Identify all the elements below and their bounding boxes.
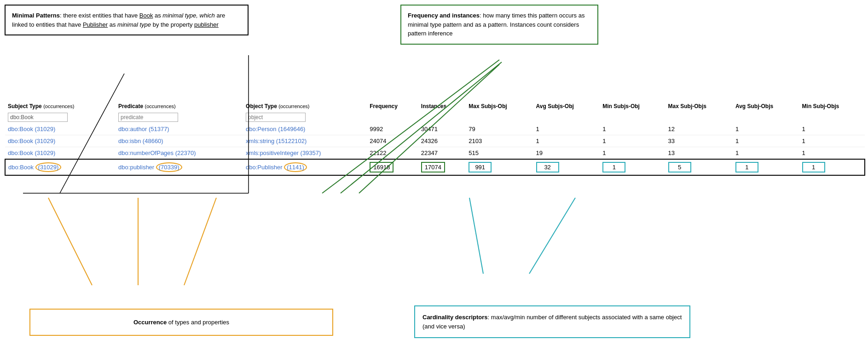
object-link[interactable]: xmls:positiveInteger (39357) [246,150,321,156]
subject-cell: dbo:Book (31029) [5,159,116,175]
min-subj-objs-teal-badge: 1 [802,162,825,172]
min-subjs-obj-cell: 1 [600,159,665,175]
subject-link[interactable]: dbo:Book (31029) [8,138,55,144]
header-subject-type: Subject Type (occurrences) [5,101,116,111]
predicate-link[interactable]: dbo:publisher (70339) [118,164,182,171]
data-table-area: Subject Type (occurrences) Predicate (oc… [5,101,865,176]
object-cell: dbo:Person (1649646) [243,123,367,135]
instances-cell: 30471 [418,123,466,135]
table-row: dbo:Book (31029) dbo:isbn (48660) xmls:s… [5,135,865,147]
max-subjs-obj-cell: 515 [466,147,533,160]
subject-link[interactable]: dbo:Book (31029) [8,150,55,156]
header-object-type: Object Type (occurrences) [243,101,367,111]
highlighted-table-row: dbo:Book (31029) dbo:publisher (70339) d… [5,159,865,175]
avg-subjs-obj-cell: 19 [533,147,600,160]
frequency-cell: 24074 [367,135,418,147]
frequency-cell: 22122 [367,147,418,160]
min-subj-objs-cell: 1 [799,123,865,135]
avg-subj-objs-cell: 1 [733,123,799,135]
min-subjs-obj-cell: 1 [600,147,665,160]
header-min-subj-objs: Min Subj-Objs [799,101,865,111]
avg-subjs-teal-badge: 32 [536,162,559,172]
publisher-link: Publisher [83,21,108,28]
min-subjs-obj-cell: 1 [600,123,665,135]
svg-line-10 [529,198,575,274]
avg-subjs-obj-cell: 32 [533,159,600,175]
object-cell: dbo:Publisher (1141) [243,159,367,175]
max-subj-objs-cell: 13 [665,147,733,160]
subject-occurrence-badge: (31029) [35,162,62,172]
predicate-link[interactable]: dbo:numberOfPages (22370) [118,150,196,156]
subject-link[interactable]: dbo:Book (31029) [8,126,55,132]
instances-cell: 24326 [418,135,466,147]
avg-subj-objs-cell: 1 [733,159,799,175]
svg-line-8 [184,198,216,285]
max-subj-objs-cell: 12 [665,123,733,135]
table-row: dbo:Book (31029) dbo:author (51377) dbo:… [5,123,865,135]
cardinality-text: Cardinality descriptors: max/avg/min num… [422,314,682,330]
cardinality-bold: Cardinality descriptors [422,314,488,321]
object-type-filter[interactable] [246,113,306,122]
table-header-row: Subject Type (occurrences) Predicate (oc… [5,101,865,111]
header-max-subj-objs: Max Subj-Objs [665,101,733,111]
predicate-cell: dbo:publisher (70339) [116,159,243,175]
predicate-occurrence-badge: (70339) [156,162,182,172]
occurrence-bold: Occurrence [133,319,167,326]
frequency-instances-tooltip: Frequency and instances: how many times … [400,5,598,45]
predicate-cell: dbo:isbn (48660) [116,135,243,147]
max-subjs-obj-cell: 2103 [466,135,533,147]
max-subjs-teal-badge: 991 [469,162,492,172]
table-row: dbo:Book (31029) dbo:numberOfPages (2237… [5,147,865,160]
predicate-cell: dbo:author (51377) [116,123,243,135]
minimal-patterns-tooltip: Minimal Patterns: there exist entities t… [5,5,249,35]
frequency-instances-text: Frequency and instances: how many times … [408,12,584,37]
predicate-link[interactable]: dbo:isbn (48660) [118,138,163,144]
avg-subjs-obj-cell: 1 [533,135,600,147]
avg-subj-objs-cell: 1 [733,147,799,160]
subject-link[interactable]: dbo:Book (31029) [8,164,61,171]
header-predicate: Predicate (occurrences) [116,101,243,111]
frequency-cell: 9992 [367,123,418,135]
max-subjs-obj-cell: 79 [466,123,533,135]
header-min-subjs-obj: Min Subjs-Obj [600,101,665,111]
subject-filter-cell[interactable] [5,111,116,123]
avg-subj-objs-cell: 1 [733,135,799,147]
main-container: Minimal Patterns: there exist entities t… [0,0,868,345]
object-cell: xmls:string (15122102) [243,135,367,147]
subject-cell: dbo:Book (31029) [5,123,116,135]
object-link[interactable]: xmls:string (15122102) [246,138,307,144]
predicate-cell: dbo:numberOfPages (22370) [116,147,243,160]
object-link[interactable]: dbo:Person (1649646) [246,126,305,132]
object-cell: xmls:positiveInteger (39357) [243,147,367,160]
minimal-patterns-text: Minimal Patterns: there exist entities t… [12,12,225,28]
min-subj-objs-cell: 1 [799,147,865,160]
header-frequency: Frequency [367,101,418,111]
patterns-table: Subject Type (occurrences) Predicate (oc… [5,101,865,176]
frequency-cell: 16918 [367,159,418,175]
header-instances: Instances [418,101,466,111]
header-avg-subjs-obj: Avg Subjs-Obj [533,101,600,111]
svg-line-6 [48,198,92,285]
predicate-filter-cell[interactable] [116,111,243,123]
frequency-green-badge: 16918 [370,162,393,172]
object-filter-cell[interactable] [243,111,367,123]
subject-cell: dbo:Book (31029) [5,135,116,147]
minimal-type-italic2: minimal type [117,21,151,28]
predicate-link[interactable]: dbo:author (51377) [118,126,169,132]
max-subj-objs-cell: 5 [665,159,733,175]
min-subjs-obj-cell: 1 [600,135,665,147]
object-occurrence-badge: (1141) [284,162,307,172]
cardinality-tooltip: Cardinality descriptors: max/avg/min num… [414,305,690,338]
predicate-filter[interactable] [118,113,178,122]
avg-subj-objs-teal-badge: 1 [735,162,758,172]
subject-cell: dbo:Book (31029) [5,147,116,160]
subject-type-filter[interactable] [8,113,68,122]
instances-green-badge: 17074 [421,162,445,172]
object-link[interactable]: dbo:Publisher (1141) [246,164,307,171]
header-max-subjs-obj: Max Subjs-Obj [466,101,533,111]
filter-row [5,111,865,123]
book-link: Book [139,12,153,19]
occurrence-tooltip: Occurrence of types and properties [29,309,333,336]
svg-line-9 [469,198,483,274]
minimal-type-italic: minimal type, which [162,12,214,19]
